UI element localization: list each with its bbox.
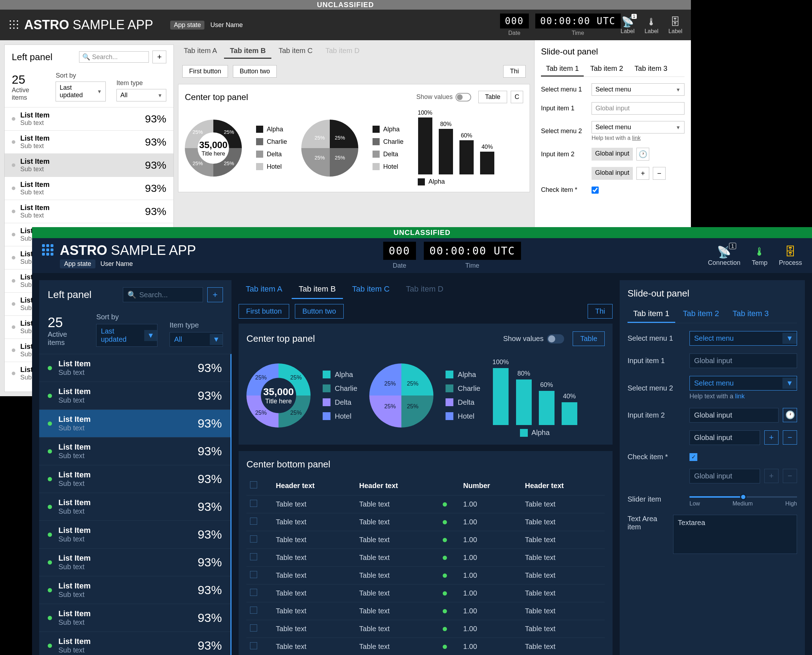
app-switcher-icon[interactable] <box>42 244 55 257</box>
checkbox[interactable] <box>250 607 257 614</box>
table-row[interactable]: Table textTable text1.00Table text <box>247 495 605 513</box>
tab-tab-item-a[interactable]: Tab item A <box>239 280 290 299</box>
input-chip[interactable]: Global input <box>592 167 633 180</box>
list-item[interactable]: List ItemSub text93% <box>39 604 230 632</box>
sort-select[interactable]: Last updated▼ <box>55 81 106 101</box>
table-row[interactable]: Table textTable text1.00Table text <box>247 638 605 655</box>
slideout-tab[interactable]: Tab item 2 <box>585 62 628 77</box>
tab-tab-item-c[interactable]: Tab item C <box>345 280 397 299</box>
clock-icon-button[interactable]: 🕐 <box>636 148 649 161</box>
list-item[interactable]: List ItemSub text93% <box>5 154 173 177</box>
first-button[interactable]: First button <box>239 304 289 318</box>
help-link[interactable]: link <box>735 393 745 400</box>
checkbox[interactable] <box>250 553 257 560</box>
third-button[interactable]: Thi <box>588 304 613 318</box>
form-label: Input item 2 <box>541 151 587 158</box>
help-link[interactable]: link <box>632 135 641 141</box>
tab-tab-item-a[interactable]: Tab item A <box>178 44 223 59</box>
check-item[interactable]: ✓ <box>689 453 697 461</box>
check-item[interactable] <box>592 186 599 194</box>
table-row[interactable]: Table textTable text1.00Table text <box>247 513 605 531</box>
slideout-tab[interactable]: Tab item 1 <box>627 306 675 323</box>
checkbox[interactable] <box>250 518 257 525</box>
type-select[interactable]: All▼ <box>116 89 166 101</box>
list-item[interactable]: List ItemSub text93% <box>5 130 173 154</box>
list-item[interactable]: List ItemSub text93% <box>39 576 230 604</box>
select-menu-1[interactable]: Select menu▼ <box>689 331 797 346</box>
checkbox[interactable] <box>250 642 257 649</box>
show-values-toggle[interactable] <box>547 334 564 343</box>
checkbox[interactable] <box>250 535 257 543</box>
third-button[interactable]: Thi <box>503 65 525 78</box>
checkbox[interactable] <box>250 624 257 632</box>
list-item[interactable]: List ItemSub text93% <box>5 177 173 200</box>
tab-tab-item-b[interactable]: Tab item B <box>224 44 271 59</box>
clock-icon-button[interactable]: 🕐 <box>783 408 797 422</box>
tab-tab-item-b[interactable]: Tab item B <box>292 280 343 299</box>
status-label[interactable]: 🌡Label <box>645 15 658 35</box>
checkbox[interactable] <box>250 481 257 488</box>
list-item[interactable]: List ItemSub text93% <box>39 632 230 655</box>
list-item[interactable]: List ItemSub text93% <box>39 521 230 549</box>
search-input[interactable]: 🔍 Search... <box>79 51 149 63</box>
list-item[interactable]: List ItemSub text93% <box>39 410 230 438</box>
type-select[interactable]: All▼ <box>169 332 223 347</box>
table-row[interactable]: Table textTable text1.00Table text <box>247 531 605 549</box>
first-button[interactable]: First button <box>182 65 228 78</box>
checkbox[interactable] <box>250 571 257 578</box>
table-view-button[interactable]: Table <box>478 91 507 103</box>
slideout-tab[interactable]: Tab item 1 <box>541 62 584 77</box>
input-item-2a[interactable]: Global input <box>689 408 778 423</box>
show-values-toggle[interactable] <box>456 93 471 101</box>
slideout-tab[interactable]: Tab item 3 <box>630 62 672 77</box>
status-process[interactable]: 🗄Process <box>779 245 802 267</box>
list-item[interactable]: List ItemSub text93% <box>39 465 230 493</box>
select-menu-2[interactable]: Select menu▼ <box>689 376 797 391</box>
textarea[interactable] <box>673 515 797 554</box>
clock-date: 000Date <box>383 242 416 269</box>
minus-button[interactable]: − <box>783 431 797 444</box>
sort-select[interactable]: Last updated▼ <box>96 324 157 347</box>
list-item[interactable]: List ItemSub text93% <box>39 493 230 521</box>
plus-button[interactable]: + <box>764 431 778 444</box>
search-input[interactable]: 🔍 Search... <box>123 287 203 302</box>
list-item[interactable]: List ItemSub text93% <box>39 549 230 576</box>
add-button[interactable]: + <box>207 287 223 302</box>
table-row[interactable]: Table textTable text1.00Table text <box>247 584 605 602</box>
input-chip[interactable]: Global input <box>592 148 633 161</box>
slider[interactable]: LowMediumHigh <box>689 491 797 507</box>
status-label[interactable]: 🗄Label <box>669 15 683 35</box>
app-switcher-icon[interactable] <box>9 19 20 31</box>
chart-view-button[interactable]: C <box>511 91 523 103</box>
slideout-tab[interactable]: Tab item 3 <box>727 306 775 323</box>
list-item[interactable]: List ItemSub text93% <box>5 200 173 223</box>
tab-tab-item-c[interactable]: Tab item C <box>273 44 318 59</box>
input-item-2b[interactable]: Global input <box>689 431 760 445</box>
select-menu-1[interactable]: Select menu▼ <box>592 83 684 96</box>
plus-button[interactable]: + <box>636 167 649 180</box>
status-connection[interactable]: 📡1Connection <box>708 245 740 267</box>
button-two[interactable]: Button two <box>233 65 277 78</box>
list-item[interactable]: List ItemSub text93% <box>5 107 173 130</box>
slideout-tab[interactable]: Tab item 2 <box>677 306 725 323</box>
table-view-button[interactable]: Table <box>573 331 605 346</box>
status-label[interactable]: 📡1Label <box>621 15 635 35</box>
list-item[interactable]: List ItemSub text93% <box>39 438 230 465</box>
select-menu-2[interactable]: Select menu▼ <box>592 121 684 134</box>
checkbox[interactable] <box>250 500 257 507</box>
input-item-1[interactable]: Global input <box>592 102 684 115</box>
button-two[interactable]: Button two <box>295 304 344 318</box>
table-row[interactable]: Table textTable text1.00Table text <box>247 549 605 567</box>
table-row[interactable]: Table textTable text1.00Table text <box>247 567 605 584</box>
minus-button[interactable]: − <box>653 167 666 180</box>
list-item[interactable]: List ItemSub text93% <box>39 382 230 410</box>
table-row[interactable]: Table textTable text1.00Table text <box>247 620 605 638</box>
table-row[interactable]: Table textTable text1.00Table text <box>247 602 605 620</box>
svg-text:25%: 25% <box>193 160 203 166</box>
input-item-1[interactable]: Global input <box>689 354 797 368</box>
status-temp[interactable]: 🌡Temp <box>752 245 767 267</box>
checkbox[interactable] <box>250 589 257 596</box>
list-item[interactable]: List ItemSub text93% <box>39 354 230 382</box>
svg-text:25%: 25% <box>407 403 419 409</box>
add-button[interactable]: + <box>153 51 166 63</box>
